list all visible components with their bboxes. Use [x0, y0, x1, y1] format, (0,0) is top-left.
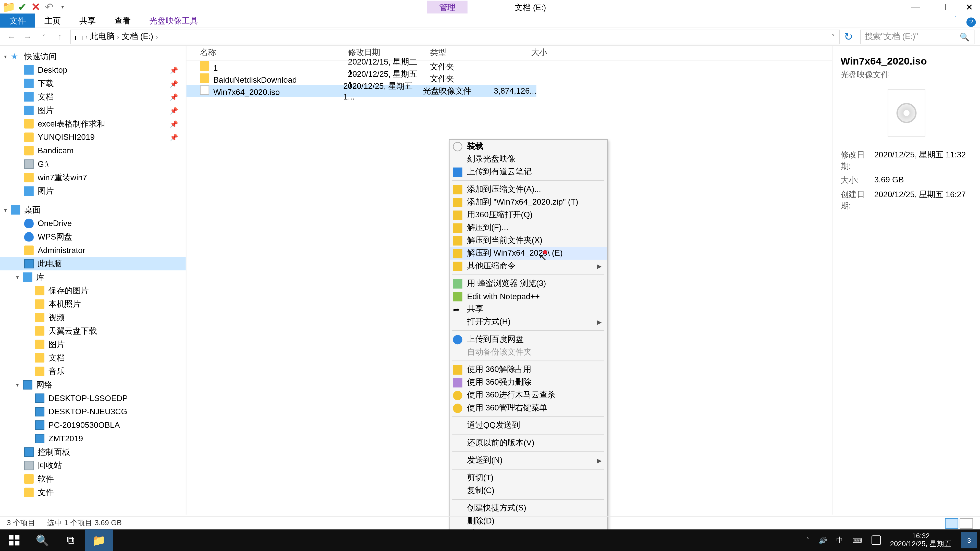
tray-ime[interactable]: 中 [836, 535, 843, 545]
nav-lib-tianyi[interactable]: 天翼云盘下载 [0, 324, 186, 338]
nav-lib-pics[interactable]: 图片 [0, 338, 186, 351]
ctx-notepad-pp[interactable]: Edit with Notepad++ [450, 290, 607, 303]
nav-folder-files[interactable]: 文件 [0, 486, 186, 499]
nav-net-pc4[interactable]: ZMT2019 [0, 432, 186, 445]
nav-lib-video[interactable]: 视频 [0, 311, 186, 324]
nav-back-icon[interactable]: ← [5, 32, 18, 42]
taskbar-search-icon[interactable]: 🔍 [28, 529, 57, 551]
nav-this-pc[interactable]: 此电脑 [0, 257, 186, 270]
ribbon-expand-icon[interactable]: ˅ [949, 14, 963, 27]
nav-user[interactable]: Administrator [0, 244, 186, 257]
ctx-share[interactable]: ➦共享 [450, 303, 607, 316]
ctx-mount[interactable]: 装载 [450, 140, 607, 152]
crumb-dropdown-icon[interactable]: ˅ [832, 33, 835, 40]
ctx-360-force-delete[interactable]: 使用 360强力删除 [450, 376, 607, 389]
contextual-tab-manage[interactable]: 管理 [427, 0, 468, 13]
maximize-button[interactable]: ☐ [939, 2, 947, 12]
col-type[interactable]: 类型 [430, 47, 500, 59]
minimize-button[interactable]: — [911, 2, 920, 12]
nav-up-icon[interactable]: ↑ [54, 32, 66, 42]
nav-libraries[interactable]: ▾库 [0, 270, 186, 284]
nav-recycle-bin[interactable]: 回收站 [0, 459, 186, 472]
nav-desktop[interactable]: Desktop📌 [0, 63, 186, 77]
nav-folder-bandicam[interactable]: Bandicam [0, 144, 186, 157]
caret-down-icon[interactable]: ▾ [16, 274, 19, 280]
caret-down-icon[interactable]: ▾ [16, 382, 19, 388]
ctx-360-trojan-scan[interactable]: 使用 360进行木马云查杀 [450, 389, 607, 402]
search-input[interactable]: 搜索"文档 (E:)" 🔍 [860, 29, 974, 44]
ctx-create-shortcut[interactable]: 创建快捷方式(S) [450, 502, 607, 514]
ctx-cut[interactable]: 剪切(T) [450, 472, 607, 484]
list-item[interactable]: 1 2020/12/15, 星期二 1... 文件夹 [186, 60, 832, 73]
list-item-selected[interactable]: Win7x64_2020.iso 2020/12/25, 星期五 1... 光盘… [186, 85, 536, 97]
nav-wps[interactable]: WPS网盘 [0, 230, 186, 244]
nav-desktop-section[interactable]: ▾桌面 [0, 203, 186, 217]
nav-network[interactable]: ▾网络 [0, 378, 186, 392]
ctx-360-unlock[interactable]: 使用 360解除占用 [450, 363, 607, 376]
ribbon-tab-file[interactable]: 文件 [0, 14, 35, 27]
ctx-360-manage-menu[interactable]: 使用 360管理右键菜单 [450, 402, 607, 414]
tray-keyboard-icon[interactable]: ⌨ [853, 537, 862, 544]
start-button[interactable] [0, 529, 28, 551]
help-icon[interactable]: ? [963, 14, 980, 27]
ctx-extract-to[interactable]: 解压到(F)... [450, 221, 607, 234]
caret-down-icon[interactable]: ▾ [4, 54, 7, 60]
ctx-add-archive-named[interactable]: 添加到 "Win7x64_2020.zip" (T) [450, 196, 607, 208]
nav-pictures-recent[interactable]: 图片 [0, 184, 186, 198]
nav-folder-yunqishi[interactable]: YUNQISHI2019📌 [0, 130, 186, 144]
nav-net-pc1[interactable]: DESKTOP-LSSOEDP [0, 392, 186, 405]
chevron-right-icon[interactable]: › [86, 33, 88, 40]
caret-down-icon[interactable]: ▾ [4, 207, 7, 213]
close-button[interactable]: ✕ [966, 2, 973, 12]
chevron-right-icon[interactable]: › [117, 33, 119, 40]
nav-folder-software[interactable]: 软件 [0, 472, 186, 486]
col-name[interactable]: 名称 [200, 47, 348, 59]
ctx-copy[interactable]: 复制(C) [450, 484, 607, 497]
taskbar-explorer[interactable]: 📁 [85, 529, 113, 551]
ctx-open-with[interactable]: 打开方式(H)▶ [450, 316, 607, 328]
view-details-button[interactable] [945, 518, 958, 528]
view-thumbnails-button[interactable] [959, 518, 973, 528]
ctx-youdao[interactable]: 上传到有道云笔记 [450, 165, 607, 178]
nav-lib-saved-pics[interactable]: 保存的图片 [0, 284, 186, 297]
chevron-right-icon[interactable]: › [156, 33, 158, 40]
ctx-restore-previous[interactable]: 还原以前的版本(V) [450, 437, 607, 449]
nav-history-icon[interactable]: ˅ [38, 33, 50, 40]
nav-downloads[interactable]: 下载📌 [0, 77, 186, 90]
nav-pictures[interactable]: 图片📌 [0, 103, 186, 117]
nav-drive-g[interactable]: G:\ [0, 157, 186, 171]
ctx-extract-to-folder[interactable]: 解压到 Win7x64_2020\ (E) [450, 247, 607, 260]
nav-quick-access[interactable]: ▾★快速访问 [0, 50, 186, 63]
breadcrumb[interactable]: 🖴 › 此电脑 › 文档 (E:) › ˅ [70, 29, 840, 44]
ctx-baidu-upload[interactable]: 上传到百度网盘 [450, 333, 607, 346]
ctx-burn[interactable]: 刻录光盘映像 [450, 153, 607, 165]
nav-lib-docs[interactable]: 文档 [0, 351, 186, 365]
qat-red-x-icon[interactable]: ✕ [31, 2, 40, 11]
tray-volume-icon[interactable]: 🔊 [819, 537, 827, 544]
tray-bandicam-icon[interactable] [871, 535, 881, 545]
nav-net-pc3[interactable]: PC-20190530OBLA [0, 418, 186, 432]
task-view-icon[interactable]: ⧉ [57, 529, 85, 551]
nav-net-pc2[interactable]: DESKTOP-NJEU3CG [0, 405, 186, 418]
qat-checked-icon[interactable]: ✔ [18, 2, 27, 11]
crumb-drive[interactable]: 文档 (E:) [122, 31, 153, 42]
qat-undo-icon[interactable]: ↶ [45, 2, 54, 11]
tray-chevron-up-icon[interactable]: ˄ [806, 537, 809, 544]
col-size[interactable]: 大小 [500, 47, 547, 59]
ctx-other-zip[interactable]: 其他压缩命令▶ [450, 260, 607, 272]
ctx-extract-here[interactable]: 解压到当前文件夹(X) [450, 234, 607, 247]
ctx-qq-send[interactable]: 通过QQ发送到 [450, 419, 607, 432]
ribbon-tab-view[interactable]: 查看 [105, 14, 140, 27]
refresh-icon[interactable]: ↻ [844, 30, 856, 43]
crumb-this-pc[interactable]: 此电脑 [90, 31, 115, 42]
ctx-add-archive[interactable]: 添加到压缩文件(A)... [450, 183, 607, 196]
ribbon-tab-iso-tools[interactable]: 光盘映像工具 [140, 14, 207, 27]
nav-lib-music[interactable]: 音乐 [0, 365, 186, 378]
ribbon-tab-share[interactable]: 共享 [70, 14, 105, 27]
ctx-bee-browser[interactable]: 用 蜂蜜浏览器 浏览(3) [450, 277, 607, 290]
ctx-open-360zip[interactable]: 用360压缩打开(Q) [450, 208, 607, 221]
ctx-send-to[interactable]: 发送到(N)▶ [450, 454, 607, 467]
search-icon[interactable]: 🔍 [959, 32, 970, 41]
qat-dropdown-icon[interactable]: ▾ [58, 2, 67, 11]
nav-control-panel[interactable]: 控制面板 [0, 445, 186, 459]
